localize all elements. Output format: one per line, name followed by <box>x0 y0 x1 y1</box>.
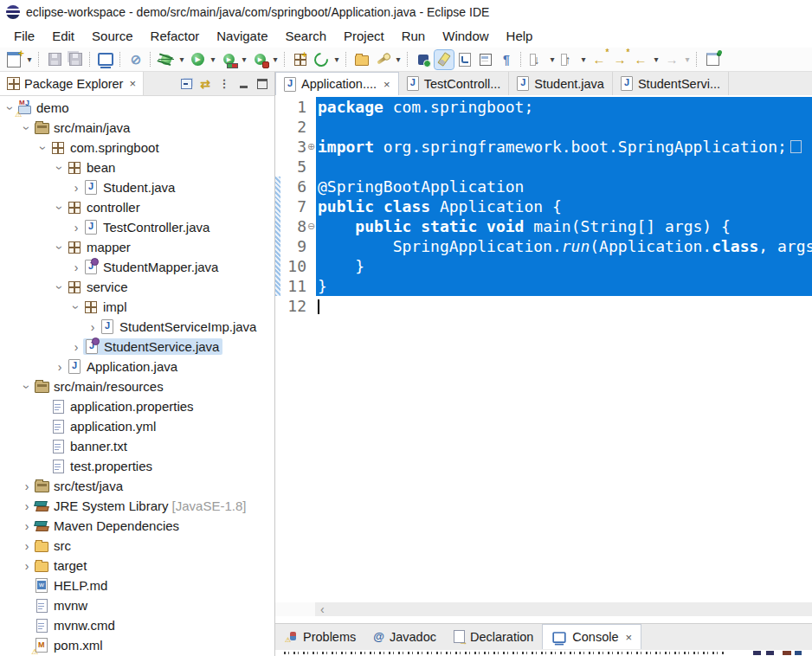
tree-item-src-test-java[interactable]: › src/test/java <box>0 476 274 496</box>
chevron-right-icon[interactable]: › <box>69 182 83 194</box>
next-annotation-icon[interactable]: ↓ <box>527 50 546 69</box>
tree-item-test-properties[interactable]: test.properties <box>0 456 274 476</box>
chevron-right-icon[interactable]: › <box>69 341 83 353</box>
tab-student-java[interactable]: Student.java <box>509 72 613 95</box>
update-maven-dropdown-icon[interactable]: ▾ <box>332 55 342 64</box>
tree-item-mvnw-cmd[interactable]: mvnw.cmd <box>0 615 274 635</box>
fold-expanded-icon[interactable]: ⊖ <box>306 216 316 236</box>
forward-history-dropdown-icon[interactable]: ▾ <box>682 55 693 64</box>
tab-studentservice-java[interactable]: StudentServi... <box>613 72 729 95</box>
code-editor[interactable]: 1package com.springboot; 2 3⊕import org.… <box>275 95 812 602</box>
link-with-editor-icon[interactable]: ⇄ <box>197 75 214 93</box>
tree-item-application-yml[interactable]: application.yml <box>0 416 274 436</box>
run-dropdown-icon[interactable]: ▾ <box>208 55 218 64</box>
tab-javadoc[interactable]: @ Javadoc <box>364 624 445 649</box>
code-line[interactable]: 5 <box>280 157 812 177</box>
show-selected-element-only-icon[interactable] <box>476 50 495 69</box>
save-icon[interactable] <box>45 50 64 69</box>
forward-history-icon[interactable]: → <box>662 50 681 69</box>
tab-problems[interactable]: Problems <box>279 624 364 649</box>
new-wizard-dropdown-icon[interactable]: ▾ <box>24 55 35 64</box>
tree-item-src-main-java[interactable]: › src/main/java <box>0 118 274 138</box>
coverage-icon[interactable]: ▶ <box>219 50 238 69</box>
menu-edit[interactable]: Edit <box>43 26 83 46</box>
toggle-breadcrumb-icon[interactable] <box>414 50 433 69</box>
chevron-down-icon[interactable]: › <box>54 201 66 215</box>
view-menu-icon[interactable]: ⋮ <box>216 75 233 93</box>
code-line[interactable]: 2 <box>280 117 812 137</box>
tree-item-application-java[interactable]: › Application.java <box>0 357 274 376</box>
minimize-icon[interactable] <box>235 75 252 93</box>
maximize-icon[interactable] <box>254 75 271 93</box>
debug-dropdown-icon[interactable]: ▾ <box>177 55 187 64</box>
previous-annotation-icon[interactable]: ↑ <box>558 50 577 69</box>
generate-javadoc-dropdown-icon[interactable]: ▾ <box>393 55 403 64</box>
chevron-down-icon[interactable]: › <box>70 300 82 314</box>
tree-item-bean[interactable]: › bean <box>0 158 274 177</box>
generate-javadoc-icon[interactable] <box>373 50 392 69</box>
menu-source[interactable]: Source <box>83 26 142 46</box>
close-icon[interactable]: × <box>626 631 633 644</box>
new-java-project-icon[interactable] <box>291 50 310 69</box>
code-line[interactable]: 10 } <box>280 256 812 276</box>
menu-file[interactable]: File <box>5 26 43 46</box>
tree-item-com-springboot[interactable]: › com.springboot <box>0 138 274 158</box>
chevron-right-icon[interactable]: › <box>20 480 34 492</box>
profile-icon[interactable]: ▶ <box>250 50 269 69</box>
chevron-down-icon[interactable]: › <box>21 380 33 394</box>
code-line[interactable]: 7public class Application { <box>280 196 812 216</box>
chevron-down-icon[interactable]: › <box>21 121 33 135</box>
last-edit-location-icon[interactable]: ← <box>590 50 609 69</box>
menu-search[interactable]: Search <box>276 26 335 46</box>
menu-navigate[interactable]: Navigate <box>208 26 276 46</box>
tree-item-maven-dependencies[interactable]: › Maven Dependencies <box>0 516 274 536</box>
tree-item-src[interactable]: › src <box>0 536 274 556</box>
chevron-right-icon[interactable]: › <box>20 560 34 572</box>
code-line[interactable]: 9 SpringApplication.run(Application.clas… <box>280 236 812 256</box>
code-line[interactable]: 3⊕import org.springframework.boot.Spring… <box>280 137 812 157</box>
tree-item-student-java[interactable]: › Student.java <box>0 177 274 197</box>
pin-editor-icon[interactable] <box>703 50 722 69</box>
tree-item-banner-txt[interactable]: banner.txt <box>0 436 274 456</box>
previous-annotation-dropdown-icon[interactable]: ▾ <box>578 55 589 64</box>
next-edit-location-icon[interactable]: → <box>610 50 629 69</box>
tree-item-pom-xml[interactable]: ⚠ pom.xml <box>0 635 274 655</box>
coverage-dropdown-icon[interactable]: ▾ <box>239 55 249 64</box>
chevron-right-icon[interactable]: › <box>20 520 34 532</box>
next-annotation-dropdown-icon[interactable]: ▾ <box>547 55 557 64</box>
tab-application-java[interactable]: Application.... × <box>275 72 399 95</box>
update-maven-project-icon[interactable] <box>312 50 331 69</box>
chevron-right-icon[interactable]: › <box>69 261 83 273</box>
tab-declaration[interactable]: Declaration <box>445 624 542 649</box>
tree-item-target[interactable]: › target <box>0 556 274 576</box>
tree-item-demo[interactable]: › ⚠ demo <box>0 98 274 118</box>
chevron-right-icon[interactable]: › <box>20 500 34 512</box>
skip-all-breakpoints-icon[interactable]: ⊘ <box>126 50 145 69</box>
show-whitespace-icon[interactable]: ¶ <box>497 50 516 69</box>
chevron-right-icon[interactable]: › <box>86 321 100 333</box>
tree-item-service[interactable]: › service <box>0 277 274 297</box>
collapse-all-icon[interactable] <box>177 75 195 93</box>
close-icon[interactable]: × <box>383 78 390 91</box>
fold-collapsed-icon[interactable]: ⊕ <box>306 137 316 157</box>
scroll-left-icon[interactable]: ‹ <box>320 602 325 616</box>
chevron-down-icon[interactable]: › <box>54 161 66 175</box>
save-all-icon[interactable] <box>66 50 85 69</box>
close-icon[interactable]: × <box>129 77 136 90</box>
chevron-down-icon[interactable]: › <box>54 280 66 294</box>
profile-dropdown-icon[interactable]: ▾ <box>270 55 280 64</box>
open-console-icon[interactable] <box>96 50 115 69</box>
tree-item-application-properties[interactable]: application.properties <box>0 396 274 416</box>
code-line[interactable]: 8⊖ public static void main(String[] args… <box>280 216 812 236</box>
tree-item-studentmapper-java[interactable]: › StudentMapper.java <box>0 257 274 277</box>
open-resource-icon[interactable] <box>352 50 371 69</box>
tree-item-studentserviceimp-java[interactable]: › StudentServiceImp.java <box>0 317 274 337</box>
back-history-dropdown-icon[interactable]: ▾ <box>651 55 661 64</box>
debug-icon[interactable] <box>157 50 176 69</box>
chevron-down-icon[interactable]: › <box>54 241 66 254</box>
run-icon[interactable]: ▶ <box>188 50 207 69</box>
tab-testcontroller-java[interactable]: TestControll... <box>399 72 510 95</box>
new-wizard-icon[interactable] <box>4 50 23 69</box>
folded-region-box[interactable] <box>790 140 802 153</box>
chevron-down-icon[interactable]: › <box>37 141 49 155</box>
